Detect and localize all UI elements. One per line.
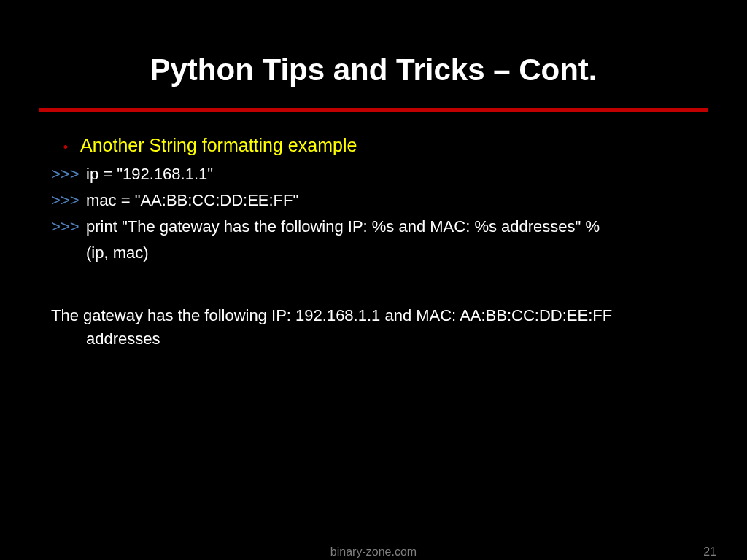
footer-page-number: 21	[703, 545, 716, 559]
bullet-dot-icon: •	[51, 138, 80, 157]
slide-title: Python Tips and Tricks – Cont.	[0, 0, 747, 108]
code-line-3: >>> print "The gateway has the following…	[51, 215, 696, 238]
bullet-text: Another String formatting example	[80, 132, 357, 158]
slide-content: • Another String formatting example >>> …	[0, 112, 747, 351]
code-text: ip = "192.168.1.1"	[86, 163, 213, 186]
bullet-item: • Another String formatting example	[51, 132, 696, 158]
footer-site: binary-zone.com	[0, 545, 747, 559]
code-line-1: >>> ip = "192.168.1.1"	[51, 163, 696, 186]
code-text: mac = "AA:BB:CC:DD:EE:FF"	[86, 189, 298, 212]
code-text: print "The gateway has the following IP:…	[86, 215, 600, 238]
python-prompt: >>>	[51, 189, 86, 212]
output-block: The gateway has the following IP: 192.16…	[51, 304, 696, 351]
output-line-2: addresses	[51, 327, 696, 351]
code-line-2: >>> mac = "AA:BB:CC:DD:EE:FF"	[51, 189, 696, 212]
python-prompt: >>>	[51, 163, 86, 186]
output-line-1: The gateway has the following IP: 192.16…	[51, 304, 696, 327]
code-line-3-wrap: (ip, mac)	[51, 241, 696, 265]
python-prompt: >>>	[51, 215, 86, 238]
